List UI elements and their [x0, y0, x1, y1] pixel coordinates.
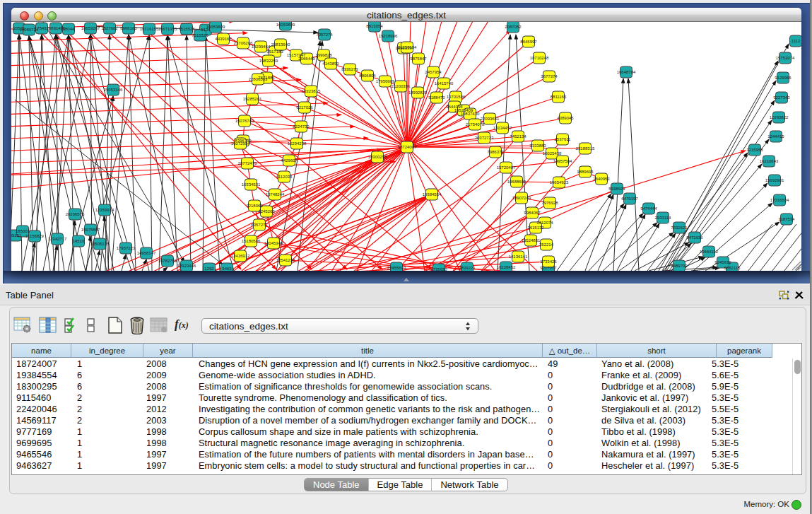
svg-text:9227343: 9227343	[773, 95, 790, 100]
svg-text:15692901: 15692901	[765, 178, 784, 182]
svg-text:19654923: 19654923	[550, 180, 569, 185]
svg-text:16053809: 16053809	[276, 23, 295, 27]
svg-text:9875847: 9875847	[410, 57, 427, 61]
svg-text:9984067: 9984067	[524, 211, 541, 215]
svg-text:1187534: 1187534	[779, 217, 796, 221]
svg-text:8646997: 8646997	[520, 40, 537, 44]
svg-text:4429607: 4429607	[281, 158, 298, 163]
svg-text:22093651: 22093651	[481, 117, 500, 121]
svg-text:5188470: 5188470	[428, 95, 445, 100]
svg-text:21200396: 21200396	[392, 84, 411, 88]
svg-text:13701506: 13701506	[447, 95, 466, 99]
svg-text:8489709: 8489709	[671, 264, 688, 268]
svg-text:15751074: 15751074	[776, 56, 795, 60]
svg-text:17957223: 17957223	[117, 246, 136, 250]
svg-text:18907249: 18907249	[512, 196, 531, 200]
svg-text:7543: 7543	[37, 26, 47, 30]
svg-text:9474444: 9474444	[640, 206, 657, 211]
svg-text:4143890: 4143890	[322, 62, 339, 66]
svg-text:3677374: 3677374	[541, 74, 558, 78]
svg-text:185001: 185001	[16, 229, 30, 233]
svg-text:15076749: 15076749	[235, 119, 254, 123]
svg-text:7032621: 7032621	[671, 226, 688, 230]
svg-text:7357274: 7357274	[316, 33, 333, 37]
svg-text:10334531: 10334531	[242, 182, 261, 187]
svg-text:18992829: 18992829	[408, 90, 428, 95]
svg-text:15720407: 15720407	[497, 165, 516, 170]
svg-text:2066449: 2066449	[298, 57, 315, 61]
svg-text:16072954: 16072954	[231, 141, 250, 146]
svg-text:8806804: 8806804	[359, 74, 376, 78]
svg-text:20206576: 20206576	[66, 212, 85, 216]
svg-text:2933114: 2933114	[655, 216, 672, 220]
svg-text:18724007: 18724007	[398, 145, 417, 149]
svg-text:1112: 1112	[792, 39, 801, 43]
svg-text:22806503: 22806503	[249, 77, 268, 81]
svg-text:1839221: 1839221	[459, 266, 476, 270]
svg-text:1640953: 1640953	[593, 177, 610, 181]
svg-text:12541238: 12541238	[276, 258, 295, 262]
svg-text:1527602: 1527602	[101, 26, 118, 30]
svg-text:10654112: 10654112	[700, 250, 719, 254]
svg-text:11156829: 11156829	[25, 234, 44, 238]
svg-text:14136141: 14136141	[509, 255, 528, 259]
svg-text:8813054: 8813054	[366, 24, 383, 28]
svg-text:7976928: 7976928	[541, 201, 558, 205]
svg-text:12342717: 12342717	[48, 237, 67, 241]
svg-text:3215958: 3215958	[746, 148, 763, 152]
svg-text:3333883: 3333883	[529, 144, 546, 148]
svg-text:19975887: 19975887	[81, 228, 100, 232]
svg-text:9217207: 9217207	[540, 266, 557, 270]
svg-text:1292: 1292	[204, 267, 214, 271]
svg-text:1218062: 1218062	[246, 204, 263, 208]
svg-text:19285201: 19285201	[243, 97, 262, 101]
svg-text:6966160: 6966160	[120, 26, 137, 30]
svg-text:22455603: 22455603	[387, 266, 406, 270]
svg-text:10228452: 10228452	[497, 265, 516, 269]
svg-text:10025438: 10025438	[543, 151, 562, 156]
svg-text:1612074: 1612074	[536, 221, 553, 225]
svg-text:23188315: 23188315	[576, 146, 595, 151]
svg-text:12093822: 12093822	[770, 115, 789, 119]
svg-text:2087052: 2087052	[505, 25, 522, 29]
svg-text:9129966: 9129966	[775, 76, 792, 80]
svg-text:14519: 14519	[73, 239, 85, 243]
svg-text:5682115: 5682115	[724, 266, 741, 270]
svg-text:13134457: 13134457	[493, 126, 512, 130]
svg-text:23706266: 23706266	[234, 41, 253, 45]
svg-text:6217026: 6217026	[296, 105, 313, 110]
svg-text:19384554: 19384554	[423, 192, 442, 197]
svg-text:4439167: 4439167	[215, 37, 232, 41]
svg-text:18044: 18044	[63, 27, 75, 31]
svg-text:9245632: 9245632	[714, 260, 731, 264]
svg-text:16671355: 16671355	[158, 27, 177, 31]
svg-text:8471636: 8471636	[686, 235, 703, 240]
svg-text:39151: 39151	[11, 233, 22, 238]
svg-text:21257684: 21257684	[398, 45, 417, 49]
svg-text:13748244: 13748244	[266, 192, 285, 197]
svg-text:17016504: 17016504	[770, 198, 789, 202]
svg-text:10719155: 10719155	[140, 27, 159, 31]
svg-text:19299464: 19299464	[252, 45, 271, 49]
svg-text:1733426: 1733426	[540, 259, 557, 264]
svg-text:2457954: 2457954	[425, 70, 442, 74]
svg-text:4245263: 4245263	[258, 209, 275, 214]
svg-text:4112034: 4112034	[276, 175, 293, 179]
svg-text:1244415: 1244415	[767, 134, 784, 139]
svg-text:14055724: 14055724	[20, 28, 39, 32]
svg-text:10653267: 10653267	[81, 26, 100, 30]
svg-text:19218906: 19218906	[379, 34, 398, 38]
svg-text:1999828: 1999828	[315, 53, 332, 57]
svg-text:7452134: 7452134	[510, 134, 526, 139]
svg-text:19832259: 19832259	[259, 59, 278, 63]
svg-text:12923446: 12923446	[177, 264, 196, 268]
svg-text:21754078: 21754078	[466, 122, 485, 127]
svg-text:20372723: 20372723	[475, 136, 494, 140]
svg-text:16053809: 16053809	[206, 25, 225, 29]
svg-text:10837430: 10837430	[461, 112, 480, 116]
svg-text:19524851: 19524851	[522, 238, 541, 243]
svg-text:2537611: 2537611	[555, 137, 572, 141]
svg-text:29053346: 29053346	[104, 88, 123, 92]
svg-text:9463: 9463	[222, 267, 232, 271]
svg-text:16210643: 16210643	[760, 159, 779, 163]
